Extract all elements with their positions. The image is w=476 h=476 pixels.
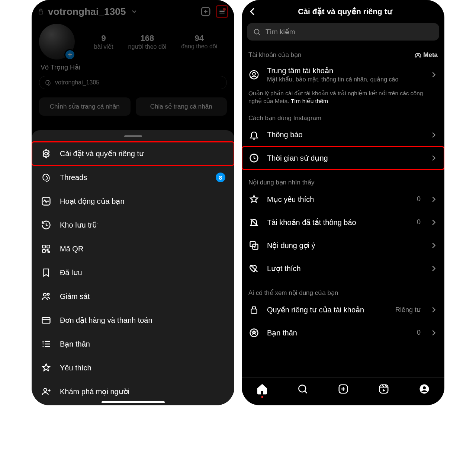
people-icon (41, 291, 52, 302)
chevron-right-icon (430, 71, 438, 79)
menu-label: Threads (60, 173, 87, 182)
followers-stat[interactable]: 168 người theo dõi (128, 33, 167, 50)
row-title: Thời gian sử dụng (267, 154, 422, 163)
search-placeholder: Tìm kiếm (266, 28, 295, 36)
edit-profile-button[interactable]: Chỉnh sửa trang cá nhân (39, 97, 131, 116)
menu-item-orders[interactable]: Đơn đặt hàng và thanh toán (32, 308, 234, 332)
svg-point-25 (423, 386, 426, 389)
account-description: Quản lý phần cài đặt tài khoản và trải n… (242, 89, 444, 110)
display-name: Võ Trọng Hải (32, 60, 234, 71)
menu-item-favorites[interactable]: Yêu thích (32, 356, 234, 380)
username[interactable]: votronghai_1305 (48, 6, 126, 17)
menu-label: Bạn thân (60, 340, 90, 348)
row-muted[interactable]: Tài khoản đã tắt thông báo 0 (242, 211, 444, 234)
profile-screen: votronghai_1305 + 9 bài viết 168 người t… (32, 0, 234, 405)
learn-more-link[interactable]: Tìm hiểu thêm (291, 98, 328, 104)
heart-off-icon (248, 263, 260, 274)
menu-item-archive[interactable]: Kho lưu trữ (32, 213, 234, 237)
share-profile-button[interactable]: Chia sẻ trang cá nhân (136, 97, 227, 116)
tab-create[interactable] (336, 382, 351, 396)
menu-item-settings[interactable]: Cài đặt và quyền riêng tư (32, 142, 234, 165)
section-account-header: Tài khoản của bạn Meta (242, 47, 444, 60)
row-account-center[interactable]: Trung tâm tài khoản Mật khẩu, bảo mật, t… (242, 60, 444, 89)
avatar[interactable]: + (39, 24, 75, 60)
chevron-right-icon (430, 131, 438, 139)
tab-home[interactable] (255, 382, 270, 396)
row-count: 0 (417, 218, 421, 226)
svg-point-13 (254, 29, 259, 34)
archive-icon (41, 219, 52, 231)
menu-item-activity[interactable]: Hoạt động của bạn (32, 189, 234, 213)
tab-search[interactable] (295, 382, 310, 396)
add-story-icon[interactable]: + (64, 49, 75, 60)
tab-profile[interactable] (417, 382, 432, 396)
star-icon (248, 194, 260, 205)
svg-rect-0 (39, 11, 43, 14)
chevron-right-icon (430, 218, 438, 226)
add-person-icon (41, 386, 52, 397)
row-title: Thông báo (267, 131, 422, 139)
section-privacy-header: Ai có thể xem nội dung của bạn (242, 285, 444, 298)
lock-icon (38, 8, 44, 15)
row-value: Riêng tư (395, 306, 421, 314)
star-circle-icon (248, 327, 260, 338)
svg-point-15 (253, 72, 255, 75)
row-close-friends[interactable]: Bạn thân 0 (242, 321, 444, 344)
settings-screen: Cài đặt và quyền riêng tư Tìm kiếm Tài k… (242, 0, 444, 405)
account-center-icon (248, 69, 260, 80)
menu-item-discover[interactable]: Khám phá mọi người (32, 380, 234, 403)
sheet-grabber[interactable] (124, 135, 142, 137)
list-star-icon (41, 338, 52, 350)
threads-chip[interactable]: votronghai_1305 (39, 76, 227, 89)
posts-stat[interactable]: 9 bài viết (94, 33, 113, 50)
following-stat[interactable]: 94 đang theo dõi (181, 33, 217, 50)
svg-rect-9 (42, 318, 50, 323)
tab-reels[interactable] (376, 382, 391, 396)
profile-topbar: votronghai_1305 (32, 0, 234, 20)
row-title: Quyền riêng tư của tài khoản (267, 305, 388, 314)
menu-label: Khám phá mọi người (60, 387, 129, 396)
bell-icon (248, 129, 260, 141)
menu-button[interactable] (216, 5, 228, 18)
row-title: Bạn thân (267, 328, 409, 337)
row-subtitle: Mật khẩu, bảo mật, thông tin cá nhân, qu… (267, 76, 422, 83)
svg-rect-5 (47, 245, 50, 248)
threads-handle: votronghai_1305 (55, 79, 99, 86)
row-privacy[interactable]: Quyền riêng tư của tài khoản Riêng tư (242, 298, 444, 321)
menu-item-close-friends[interactable]: Bạn thân (32, 332, 234, 356)
row-title: Mục yêu thích (267, 195, 409, 204)
notification-dot-icon (223, 8, 226, 11)
svg-rect-4 (42, 245, 45, 248)
search-input[interactable]: Tìm kiếm (247, 23, 439, 41)
row-favorites[interactable]: Mục yêu thích 0 (242, 188, 444, 211)
menu-item-saved[interactable]: Đã lưu (32, 261, 234, 284)
qr-icon (41, 243, 52, 254)
chevron-down-icon[interactable] (131, 8, 138, 15)
home-indicator (102, 401, 165, 403)
bookmark-icon (41, 267, 52, 278)
menu-label: Mã QR (60, 245, 83, 253)
page-title: Cài đặt và quyền riêng tư (251, 7, 439, 16)
chevron-right-icon (430, 154, 438, 162)
svg-point-7 (44, 293, 46, 296)
svg-rect-6 (42, 250, 45, 253)
threads-icon (45, 79, 51, 86)
menu-item-qr[interactable]: Mã QR (32, 237, 234, 261)
menu-item-threads[interactable]: Threads 8 (32, 165, 234, 189)
row-suggested[interactable]: Nội dung gợi ý (242, 234, 444, 257)
row-likes[interactable]: Lượt thích (242, 257, 444, 280)
meta-logo: Meta (414, 51, 438, 59)
menu-label: Đã lưu (60, 268, 82, 277)
svg-point-2 (45, 152, 47, 155)
badge-count: 8 (216, 173, 225, 182)
row-screen-time[interactable]: Thời gian sử dụng (242, 147, 444, 170)
create-button[interactable] (199, 5, 212, 18)
row-notifications[interactable]: Thông báo (242, 123, 444, 147)
menu-label: Đơn đặt hàng và thanh toán (60, 316, 152, 325)
svg-point-10 (42, 344, 44, 345)
svg-rect-19 (251, 309, 257, 313)
settings-header: Cài đặt và quyền riêng tư (242, 0, 444, 21)
options-sheet: Cài đặt và quyền riêng tư Threads 8 Hoạt… (32, 130, 234, 405)
notification-dot-icon (261, 396, 263, 398)
menu-item-supervision[interactable]: Giám sát (32, 284, 234, 308)
